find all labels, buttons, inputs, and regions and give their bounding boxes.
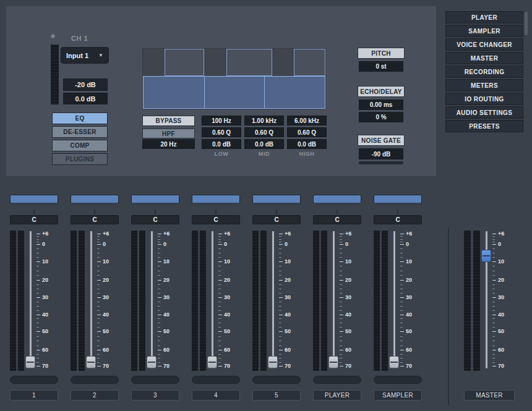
eq-high-gain[interactable]: 0.0 dB [287,139,327,149]
tab-de-esser[interactable]: DE-ESSER [52,126,108,138]
channel-label-button[interactable]: 5 [252,390,301,400]
pan-center-button[interactable]: C [71,215,119,224]
menu-button-label: PLAYER [471,14,497,21]
menu-button[interactable]: SAMPLER [445,25,523,37]
menu-button-label: METERS [471,82,498,89]
fader-cap[interactable] [147,356,157,368]
menu-button[interactable]: METERS [445,79,523,91]
channel-label-button[interactable]: 4 [192,390,240,400]
channel-label-button[interactable]: 1 [10,390,58,400]
pan-slider[interactable] [131,195,179,204]
pan-slider[interactable] [252,195,301,204]
pan-center-button[interactable]: C [252,215,301,224]
channel-fader[interactable] [267,229,279,371]
master-fader[interactable] [480,229,492,371]
eq-high-freq[interactable]: 6.00 kHz [287,116,327,125]
noise-gate-button[interactable]: NOISE GATE [358,135,405,146]
scale-minor-tick [97,257,100,258]
channel-fader[interactable] [206,229,218,371]
menu-button[interactable]: AUDIO SETTINGS [445,106,523,119]
menu-scrollbar[interactable] [525,12,528,35]
noise-gate-slider[interactable] [359,161,403,164]
scale-tick [400,280,404,281]
scale-minor-tick [340,302,342,302]
channel-fader[interactable] [24,229,36,371]
tab-eq[interactable]: EQ [52,112,108,124]
input-select-dropdown[interactable]: Input 1 ▼ [61,47,109,64]
channel-fader[interactable] [327,229,340,371]
eq-mid-gain[interactable]: 0.0 dB [244,139,284,149]
fader-cap[interactable] [207,356,217,368]
pitch-value-display[interactable]: 0 st [359,61,403,72]
pan-center-button[interactable]: C [131,215,179,224]
menu-button[interactable]: IO ROUTING [445,93,523,105]
channel-fader[interactable] [85,229,97,371]
channel-label-button[interactable]: SAMPLER [374,390,422,400]
channel-fader[interactable] [388,229,400,371]
tab-comp[interactable]: COMP [52,140,108,151]
eq-mid-q[interactable]: 0.60 Q [244,127,284,137]
echo-delay-button[interactable]: ECHO/DELAY [358,86,405,97]
pan-slider[interactable] [313,195,361,204]
hpf-freq-display[interactable]: 20 Hz [142,139,195,149]
scale-label: 40 [285,311,291,318]
scale-minor-tick [218,284,221,285]
echo-time-display[interactable]: 0.00 ms [359,100,403,110]
pan-slider[interactable] [71,195,119,204]
hpf-button[interactable]: HPF [142,129,195,138]
scale-tick [492,297,496,298]
pitch-button[interactable]: PITCH [358,48,405,59]
channel-label-button[interactable]: 3 [131,390,179,400]
scale-minor-tick [158,345,160,346]
scale-tick [158,350,161,350]
menu-button[interactable]: PLAYER [445,11,523,23]
eq-graph[interactable] [142,48,326,109]
pan-slider[interactable] [374,195,422,204]
menu-button[interactable]: PRESETS [445,120,523,132]
gain-value-display[interactable]: 0.0 dB [63,93,108,104]
eq-mid-freq[interactable]: 1.00 kHz [244,116,284,125]
pan-center-button[interactable]: C [374,215,422,224]
channel-value-display [192,376,240,384]
eq-band-divider [264,77,265,108]
fader-cap[interactable] [268,356,278,368]
fader-cap[interactable] [389,356,399,368]
pan-center-button[interactable]: C [192,215,240,224]
tab-plugins[interactable]: PLUGINS [52,153,108,165]
scale-tick [492,366,496,367]
master-level-meters [464,229,480,371]
channel-label-button[interactable]: PLAYER [313,390,361,400]
eq-high-q[interactable]: 0.60 Q [287,127,327,137]
scale-minor-tick [400,362,403,363]
scale-minor-tick [36,327,39,328]
fader-cap[interactable] [328,356,338,368]
fader-cap[interactable] [481,250,491,262]
channel-label-button[interactable]: 2 [71,390,119,400]
master-label-button[interactable]: MASTER [464,390,515,400]
pan-center-button[interactable]: C [313,215,361,224]
menu-button[interactable]: VOICE CHANGER [445,38,523,51]
eq-low-freq[interactable]: 100 Hz [202,116,241,125]
menu-button[interactable]: RECORDING [445,66,523,78]
fader-cap[interactable] [25,356,35,368]
scale-minor-tick [340,236,342,237]
menu-button[interactable]: MASTER [445,52,523,64]
eq-low-gain[interactable]: 0.0 dB [202,139,241,149]
pan-slider[interactable] [10,195,58,204]
channel-fader[interactable] [145,229,158,371]
noise-gate-threshold-display[interactable]: -90 dB [359,148,403,159]
pan-center-button[interactable]: C [10,215,58,224]
pan-slider[interactable] [192,195,240,204]
meter-left [313,229,319,371]
scale-minor-tick [36,354,39,355]
scale-minor-tick [36,289,39,289]
scale-minor-tick [400,242,403,242]
echo-feedback-display[interactable]: 0 % [359,112,403,122]
eq-bypass-button[interactable]: BYPASS [142,116,195,126]
scale-minor-tick [340,306,342,307]
eq-low-q[interactable]: 0.60 Q [202,127,241,137]
gain-pad-button[interactable]: -20 dB [63,78,108,91]
fader-cap[interactable] [86,356,96,368]
scale-minor-tick [218,336,221,337]
scale-label: 10 [163,258,169,265]
